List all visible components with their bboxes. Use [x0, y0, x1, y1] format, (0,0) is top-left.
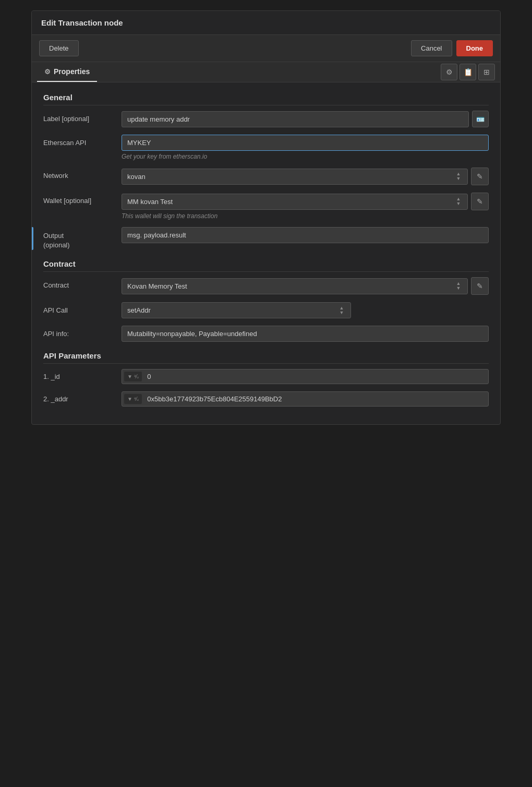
- wallet-select[interactable]: MM kovan Test: [122, 194, 468, 210]
- network-field-label: Network: [43, 168, 116, 180]
- etherscan-api-wrap: Get your key from etherscan.io: [122, 135, 489, 160]
- tabs-row: ⚙ Properties ⚙ 📋 ⊞: [32, 62, 500, 82]
- content: General Label [optional] 🪪 Etherscan API…: [32, 82, 500, 424]
- wallet-field-row: Wallet [optional] MM kovan Test ▲▼ ✎ Thi…: [43, 193, 489, 220]
- tab-icon-doc[interactable]: 📋: [460, 64, 476, 80]
- param-2-type-btn[interactable]: ▼ ᵃ⁄ᵤ: [124, 394, 142, 404]
- api-info-row: API info:: [43, 326, 489, 342]
- contract-field-label: Contract: [43, 277, 116, 289]
- api-call-wrap: setAddr ▲▼: [122, 302, 489, 318]
- panel-title: Edit Transaction node: [32, 11, 500, 35]
- wallet-select-wrap: MM kovan Test ▲▼: [122, 194, 468, 210]
- etherscan-api-label: Etherscan API: [43, 135, 116, 147]
- param-1-type-icon: ▼ ᵃ⁄ᵤ: [127, 374, 139, 379]
- api-call-label: API Call: [43, 302, 116, 314]
- etherscan-api-row: Etherscan API Get your key from ethersca…: [43, 135, 489, 160]
- gear-tab-icon: ⚙: [44, 68, 51, 76]
- label-field-wrap: 🪪: [122, 111, 489, 127]
- output-field-wrap: [122, 227, 489, 243]
- contract-edit-button[interactable]: ✎: [471, 277, 489, 295]
- network-field-wrap: kovan mainnet ropsten rinkeby ▲▼ ✎: [122, 168, 489, 185]
- api-call-select[interactable]: setAddr: [122, 302, 351, 318]
- delete-button[interactable]: Delete: [39, 40, 79, 56]
- contract-field-row: Contract Kovan Memory Test ▲▼ ✎: [43, 277, 489, 295]
- cancel-button[interactable]: Cancel: [411, 40, 452, 56]
- api-parameters-section-title: API Parameters: [43, 351, 489, 364]
- label-field-label: Label [optional]: [43, 111, 116, 123]
- tab-icon-frame[interactable]: ⊞: [478, 64, 495, 80]
- done-button[interactable]: Done: [456, 40, 493, 56]
- tab-icon-settings[interactable]: ⚙: [441, 64, 457, 80]
- api-info-wrap: [122, 326, 489, 342]
- output-field-label: Output (opional): [43, 227, 116, 250]
- api-info-label: API info:: [43, 326, 116, 338]
- contract-select-wrap: Kovan Memory Test ▲▼: [122, 278, 468, 294]
- network-select[interactable]: kovan mainnet ropsten rinkeby: [122, 169, 468, 185]
- wallet-edit-button[interactable]: ✎: [471, 193, 489, 210]
- param-1-row: 1. _id ▼ ᵃ⁄ᵤ: [43, 369, 489, 384]
- api-info-input[interactable]: [122, 326, 489, 342]
- general-section-title: General: [43, 93, 489, 105]
- param-1-value-input[interactable]: [145, 371, 485, 383]
- param-2-value-input[interactable]: [145, 393, 485, 405]
- contract-field-wrap: Kovan Memory Test ▲▼ ✎: [122, 277, 489, 295]
- wallet-field-wrap: MM kovan Test ▲▼ ✎ This wallet will sign…: [122, 193, 489, 220]
- etherscan-api-hint: Get your key from etherscan.io: [122, 153, 489, 160]
- param-2-label: 2. _addr: [43, 395, 116, 403]
- param-2-row: 2. _addr ▼ ᵃ⁄ᵤ: [43, 391, 489, 407]
- network-field-row: Network kovan mainnet ropsten rinkeby ▲▼…: [43, 168, 489, 185]
- etherscan-api-input[interactable]: [122, 135, 489, 151]
- output-input[interactable]: [122, 227, 489, 243]
- wallet-field-label: Wallet [optional]: [43, 193, 116, 205]
- label-field-row: Label [optional] 🪪: [43, 111, 489, 127]
- network-select-wrap: kovan mainnet ropsten rinkeby ▲▼: [122, 169, 468, 185]
- wallet-hint: This wallet will sign the transaction: [122, 212, 489, 220]
- tab-properties[interactable]: ⚙ Properties: [37, 62, 97, 82]
- toolbar: Delete Cancel Done: [32, 35, 500, 62]
- api-call-select-wrap: setAddr ▲▼: [122, 302, 351, 318]
- param-2-type-icon: ▼ ᵃ⁄ᵤ: [127, 396, 139, 402]
- tab-properties-label: Properties: [54, 67, 90, 76]
- param-1-label: 1. _id: [43, 373, 116, 380]
- network-edit-button[interactable]: ✎: [471, 168, 489, 185]
- api-call-row: API Call setAddr ▲▼: [43, 302, 489, 318]
- label-icon-btn[interactable]: 🪪: [472, 111, 489, 127]
- param-1-input-wrap: ▼ ᵃ⁄ᵤ: [122, 369, 489, 384]
- output-field-row: Output (opional): [43, 227, 489, 250]
- contract-select[interactable]: Kovan Memory Test: [122, 278, 468, 294]
- param-1-type-btn[interactable]: ▼ ᵃ⁄ᵤ: [124, 372, 142, 381]
- contract-section-title: Contract: [43, 259, 489, 272]
- tabs-right-icons: ⚙ 📋 ⊞: [441, 64, 495, 80]
- label-input[interactable]: [122, 111, 469, 127]
- param-2-input-wrap: ▼ ᵃ⁄ᵤ: [122, 391, 489, 407]
